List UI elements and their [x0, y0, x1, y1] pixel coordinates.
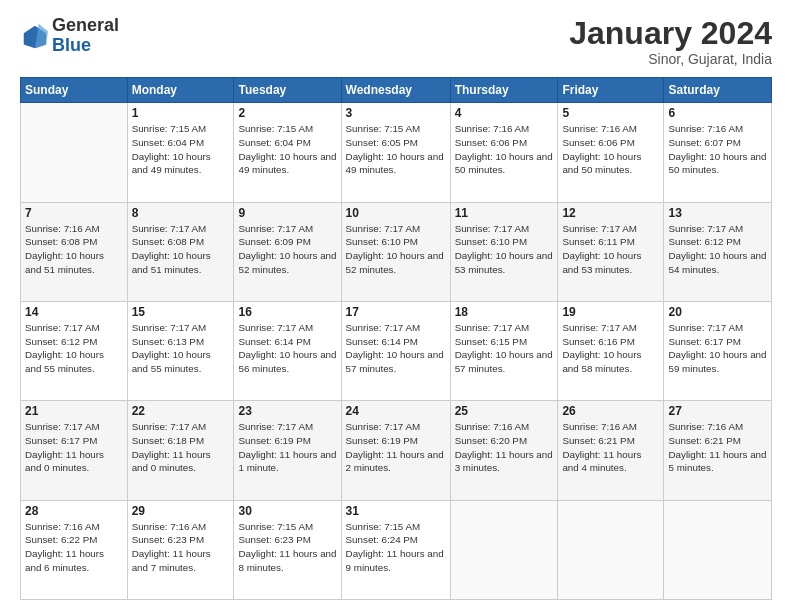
- day-number: 11: [455, 206, 554, 220]
- day-info: Sunrise: 7:16 AM Sunset: 6:06 PM Dayligh…: [455, 122, 554, 177]
- day-header-monday: Monday: [127, 78, 234, 103]
- day-info: Sunrise: 7:17 AM Sunset: 6:11 PM Dayligh…: [562, 222, 659, 277]
- day-number: 18: [455, 305, 554, 319]
- day-info: Sunrise: 7:17 AM Sunset: 6:18 PM Dayligh…: [132, 420, 230, 475]
- day-info: Sunrise: 7:15 AM Sunset: 6:24 PM Dayligh…: [346, 520, 446, 575]
- day-number: 21: [25, 404, 123, 418]
- calendar-cell: 28Sunrise: 7:16 AM Sunset: 6:22 PM Dayli…: [21, 500, 128, 599]
- day-number: 27: [668, 404, 767, 418]
- calendar-cell: 2Sunrise: 7:15 AM Sunset: 6:04 PM Daylig…: [234, 103, 341, 202]
- calendar-cell: 19Sunrise: 7:17 AM Sunset: 6:16 PM Dayli…: [558, 301, 664, 400]
- calendar-cell: 12Sunrise: 7:17 AM Sunset: 6:11 PM Dayli…: [558, 202, 664, 301]
- day-number: 14: [25, 305, 123, 319]
- calendar-body: 1Sunrise: 7:15 AM Sunset: 6:04 PM Daylig…: [21, 103, 772, 600]
- calendar-week-3: 14Sunrise: 7:17 AM Sunset: 6:12 PM Dayli…: [21, 301, 772, 400]
- calendar-cell: 22Sunrise: 7:17 AM Sunset: 6:18 PM Dayli…: [127, 401, 234, 500]
- title-area: January 2024 Sinor, Gujarat, India: [569, 16, 772, 67]
- calendar-cell: 15Sunrise: 7:17 AM Sunset: 6:13 PM Dayli…: [127, 301, 234, 400]
- calendar-cell: 16Sunrise: 7:17 AM Sunset: 6:14 PM Dayli…: [234, 301, 341, 400]
- day-header-saturday: Saturday: [664, 78, 772, 103]
- calendar-cell: [558, 500, 664, 599]
- day-info: Sunrise: 7:17 AM Sunset: 6:19 PM Dayligh…: [238, 420, 336, 475]
- calendar-cell: 20Sunrise: 7:17 AM Sunset: 6:17 PM Dayli…: [664, 301, 772, 400]
- day-info: Sunrise: 7:16 AM Sunset: 6:20 PM Dayligh…: [455, 420, 554, 475]
- day-info: Sunrise: 7:17 AM Sunset: 6:10 PM Dayligh…: [346, 222, 446, 277]
- day-info: Sunrise: 7:17 AM Sunset: 6:14 PM Dayligh…: [346, 321, 446, 376]
- day-number: 13: [668, 206, 767, 220]
- header: General Blue January 2024 Sinor, Gujarat…: [20, 16, 772, 67]
- calendar-week-1: 1Sunrise: 7:15 AM Sunset: 6:04 PM Daylig…: [21, 103, 772, 202]
- day-info: Sunrise: 7:16 AM Sunset: 6:21 PM Dayligh…: [668, 420, 767, 475]
- day-info: Sunrise: 7:17 AM Sunset: 6:14 PM Dayligh…: [238, 321, 336, 376]
- calendar-cell: 1Sunrise: 7:15 AM Sunset: 6:04 PM Daylig…: [127, 103, 234, 202]
- calendar-cell: [21, 103, 128, 202]
- day-info: Sunrise: 7:16 AM Sunset: 6:08 PM Dayligh…: [25, 222, 123, 277]
- day-info: Sunrise: 7:17 AM Sunset: 6:15 PM Dayligh…: [455, 321, 554, 376]
- day-info: Sunrise: 7:17 AM Sunset: 6:19 PM Dayligh…: [346, 420, 446, 475]
- logo-line1: General: [52, 16, 119, 36]
- calendar-cell: [450, 500, 558, 599]
- day-number: 7: [25, 206, 123, 220]
- day-number: 4: [455, 106, 554, 120]
- day-number: 19: [562, 305, 659, 319]
- day-info: Sunrise: 7:17 AM Sunset: 6:12 PM Dayligh…: [25, 321, 123, 376]
- day-number: 28: [25, 504, 123, 518]
- day-number: 10: [346, 206, 446, 220]
- day-number: 3: [346, 106, 446, 120]
- day-number: 26: [562, 404, 659, 418]
- day-info: Sunrise: 7:16 AM Sunset: 6:22 PM Dayligh…: [25, 520, 123, 575]
- calendar-cell: 26Sunrise: 7:16 AM Sunset: 6:21 PM Dayli…: [558, 401, 664, 500]
- day-number: 6: [668, 106, 767, 120]
- calendar-week-4: 21Sunrise: 7:17 AM Sunset: 6:17 PM Dayli…: [21, 401, 772, 500]
- day-info: Sunrise: 7:15 AM Sunset: 6:04 PM Dayligh…: [238, 122, 336, 177]
- day-number: 16: [238, 305, 336, 319]
- calendar-cell: 29Sunrise: 7:16 AM Sunset: 6:23 PM Dayli…: [127, 500, 234, 599]
- logo: General Blue: [20, 16, 119, 56]
- day-number: 5: [562, 106, 659, 120]
- day-info: Sunrise: 7:17 AM Sunset: 6:08 PM Dayligh…: [132, 222, 230, 277]
- calendar-cell: 30Sunrise: 7:15 AM Sunset: 6:23 PM Dayli…: [234, 500, 341, 599]
- calendar-table: SundayMondayTuesdayWednesdayThursdayFrid…: [20, 77, 772, 600]
- day-number: 12: [562, 206, 659, 220]
- day-info: Sunrise: 7:15 AM Sunset: 6:04 PM Dayligh…: [132, 122, 230, 177]
- day-number: 8: [132, 206, 230, 220]
- calendar-cell: 5Sunrise: 7:16 AM Sunset: 6:06 PM Daylig…: [558, 103, 664, 202]
- main-title: January 2024: [569, 16, 772, 51]
- day-info: Sunrise: 7:17 AM Sunset: 6:12 PM Dayligh…: [668, 222, 767, 277]
- day-info: Sunrise: 7:16 AM Sunset: 6:23 PM Dayligh…: [132, 520, 230, 575]
- day-header-wednesday: Wednesday: [341, 78, 450, 103]
- calendar-cell: 27Sunrise: 7:16 AM Sunset: 6:21 PM Dayli…: [664, 401, 772, 500]
- calendar-cell: 9Sunrise: 7:17 AM Sunset: 6:09 PM Daylig…: [234, 202, 341, 301]
- calendar-cell: 23Sunrise: 7:17 AM Sunset: 6:19 PM Dayli…: [234, 401, 341, 500]
- logo-line2: Blue: [52, 36, 119, 56]
- calendar-cell: 24Sunrise: 7:17 AM Sunset: 6:19 PM Dayli…: [341, 401, 450, 500]
- day-header-tuesday: Tuesday: [234, 78, 341, 103]
- page: General Blue January 2024 Sinor, Gujarat…: [0, 0, 792, 612]
- day-header-sunday: Sunday: [21, 78, 128, 103]
- calendar-cell: 31Sunrise: 7:15 AM Sunset: 6:24 PM Dayli…: [341, 500, 450, 599]
- day-info: Sunrise: 7:17 AM Sunset: 6:10 PM Dayligh…: [455, 222, 554, 277]
- day-number: 2: [238, 106, 336, 120]
- calendar-cell: 18Sunrise: 7:17 AM Sunset: 6:15 PM Dayli…: [450, 301, 558, 400]
- day-number: 25: [455, 404, 554, 418]
- day-number: 24: [346, 404, 446, 418]
- day-info: Sunrise: 7:16 AM Sunset: 6:06 PM Dayligh…: [562, 122, 659, 177]
- calendar-cell: 4Sunrise: 7:16 AM Sunset: 6:06 PM Daylig…: [450, 103, 558, 202]
- calendar-cell: 25Sunrise: 7:16 AM Sunset: 6:20 PM Dayli…: [450, 401, 558, 500]
- calendar-header-row: SundayMondayTuesdayWednesdayThursdayFrid…: [21, 78, 772, 103]
- calendar-cell: 8Sunrise: 7:17 AM Sunset: 6:08 PM Daylig…: [127, 202, 234, 301]
- day-number: 31: [346, 504, 446, 518]
- logo-text: General Blue: [52, 16, 119, 56]
- day-info: Sunrise: 7:16 AM Sunset: 6:07 PM Dayligh…: [668, 122, 767, 177]
- calendar-cell: 21Sunrise: 7:17 AM Sunset: 6:17 PM Dayli…: [21, 401, 128, 500]
- day-number: 30: [238, 504, 336, 518]
- day-number: 22: [132, 404, 230, 418]
- calendar-week-2: 7Sunrise: 7:16 AM Sunset: 6:08 PM Daylig…: [21, 202, 772, 301]
- day-info: Sunrise: 7:15 AM Sunset: 6:23 PM Dayligh…: [238, 520, 336, 575]
- day-info: Sunrise: 7:16 AM Sunset: 6:21 PM Dayligh…: [562, 420, 659, 475]
- calendar-cell: 10Sunrise: 7:17 AM Sunset: 6:10 PM Dayli…: [341, 202, 450, 301]
- day-header-friday: Friday: [558, 78, 664, 103]
- calendar-cell: 7Sunrise: 7:16 AM Sunset: 6:08 PM Daylig…: [21, 202, 128, 301]
- day-number: 1: [132, 106, 230, 120]
- calendar-cell: 13Sunrise: 7:17 AM Sunset: 6:12 PM Dayli…: [664, 202, 772, 301]
